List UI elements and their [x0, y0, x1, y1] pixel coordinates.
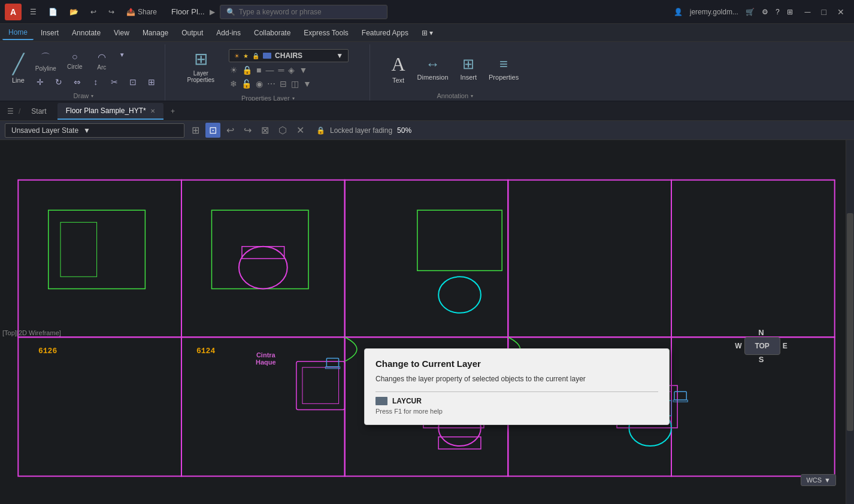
- menu-insert[interactable]: Insert: [35, 26, 65, 40]
- settings-icon: ⚙: [762, 8, 768, 16]
- right-scrollbar[interactable]: [846, 140, 854, 504]
- menu-home[interactable]: Home: [2, 26, 34, 40]
- layer-tb-2-btn[interactable]: ⊡: [205, 123, 220, 138]
- layer-vp-lw-btn[interactable]: ⊟: [278, 78, 288, 90]
- canvas-area[interactable]: 6126 6124 6127 6125 6123 6121 CintraHaqu…: [0, 140, 854, 504]
- layer-vp-lt-btn[interactable]: ⋯: [266, 78, 277, 90]
- trim-tool[interactable]: ✂: [106, 76, 123, 88]
- line-tool[interactable]: ╱ Line: [7, 50, 29, 86]
- title-right: 👤 jeremy.goldm... 🛒 ⚙ ? ⊞ ─ □ ✕: [674, 6, 849, 18]
- polyline-icon: ⌒: [41, 51, 50, 64]
- open-btn[interactable]: 📂: [66, 7, 82, 17]
- lock-fading-label: Locked layer fading: [330, 126, 392, 135]
- insert-icon: ⊞: [462, 56, 474, 72]
- move-tool[interactable]: ✛: [32, 76, 49, 88]
- menu-bar: Home Insert Annotate View Manage Output …: [0, 24, 854, 42]
- menu-btn[interactable]: ☰: [26, 7, 40, 17]
- lock-fading-bar: 🔒 Locked layer fading 50%: [316, 126, 411, 135]
- minimize-btn[interactable]: ─: [800, 6, 816, 18]
- layer-vp-freeze-btn[interactable]: ❄: [229, 78, 238, 90]
- search-icon: 🔍: [226, 8, 235, 16]
- menu-featured[interactable]: Featured Apps: [356, 26, 414, 40]
- layer-state-bar: Unsaved Layer State ▼ ⊞ ⊡ ↩ ↪ ⊠ ⬡ ✕ 🔒 Lo…: [0, 121, 854, 140]
- layer-name: CHAIRS: [275, 51, 302, 60]
- tab-floor-plan[interactable]: Floor Plan Sample_HYT* ✕: [57, 103, 163, 120]
- tab-add-icon[interactable]: +: [166, 105, 180, 118]
- mirror-tool[interactable]: ⇔: [69, 76, 86, 88]
- menu-manage[interactable]: Manage: [137, 26, 174, 40]
- layer-icons-row-2: ❄ 🔓 ◉ ⋯ ⊟ ◫ ▼: [229, 78, 349, 90]
- wcs-arrow-icon: ▼: [824, 476, 831, 484]
- layer-tb-delete-btn[interactable]: ✕: [293, 123, 308, 138]
- text-tool[interactable]: A Text: [386, 51, 410, 86]
- maximize-btn[interactable]: □: [817, 6, 831, 18]
- rotate-tool[interactable]: ↻: [50, 76, 67, 88]
- properties-tool[interactable]: ≡ Properties: [484, 53, 523, 83]
- menu-view[interactable]: View: [108, 26, 135, 40]
- menu-expand[interactable]: ⊞ ▾: [416, 26, 439, 40]
- save-redo[interactable]: ↪: [105, 7, 118, 17]
- layer-color-swatch: [263, 53, 271, 59]
- scale-tool[interactable]: ⊡: [125, 76, 141, 88]
- tab-close-icon[interactable]: ✕: [150, 108, 155, 114]
- layer-properties-label: LayerProperties: [187, 70, 215, 83]
- layer-tb-6-btn[interactable]: ⬡: [275, 123, 290, 138]
- layer-lock-btn[interactable]: 🔒: [241, 64, 253, 76]
- search-input[interactable]: [239, 8, 371, 16]
- arc-tool[interactable]: ◠ Arc: [90, 49, 114, 74]
- insert-tool[interactable]: ⊞ Insert: [456, 53, 482, 83]
- layer-tb-5-btn[interactable]: ⊠: [258, 123, 272, 138]
- layer-lw-btn[interactable]: ═: [277, 64, 286, 76]
- layer-vp-trans-btn[interactable]: ◫: [290, 78, 300, 90]
- layer-arrow-icon: ▾: [292, 96, 295, 101]
- floor-plan-svg: [0, 140, 854, 504]
- stretch-tool[interactable]: ↕: [87, 76, 104, 88]
- circle-tool[interactable]: ○ Circle: [62, 49, 88, 74]
- layer-vp-more-btn[interactable]: ▼: [302, 78, 313, 90]
- layer-trans-btn[interactable]: ◈: [287, 64, 296, 76]
- circle-label: Circle: [67, 63, 83, 70]
- compass-w-label: W: [735, 342, 741, 350]
- polyline-tool[interactable]: ⌒ Polyline: [32, 49, 60, 74]
- menu-annotate[interactable]: Annotate: [66, 26, 107, 40]
- tooltip-popup: Change to Current Layer Changes the laye…: [364, 348, 670, 425]
- layer-tb-4-btn[interactable]: ↪: [240, 123, 255, 138]
- layer-vp-color-btn[interactable]: ◉: [255, 78, 264, 90]
- more-draw-tool[interactable]: ▼: [116, 49, 129, 74]
- array-tool[interactable]: ⊞: [143, 76, 160, 88]
- layer-freeze-btn[interactable]: ☀: [229, 64, 239, 76]
- menu-express[interactable]: Express Tools: [298, 26, 354, 40]
- close-btn[interactable]: ✕: [832, 6, 849, 18]
- search-bar[interactable]: 🔍: [220, 5, 387, 19]
- draw-group-label: Draw ▾: [7, 90, 160, 101]
- layer-properties-tool[interactable]: ⊞ LayerProperties: [183, 47, 220, 86]
- new-btn[interactable]: 📄: [45, 7, 61, 17]
- ribbon-annotation-group: A Text ↔ Dimension ⊞ Insert ≡ Properties: [371, 44, 539, 101]
- menu-collaborate[interactable]: Collaborate: [248, 26, 296, 40]
- menu-addins[interactable]: Add-ins: [210, 26, 247, 40]
- tab-start[interactable]: Start: [23, 104, 54, 119]
- layer-tb-3-btn[interactable]: ↩: [223, 123, 238, 138]
- layer-state-dropdown[interactable]: Unsaved Layer State ▼: [5, 123, 184, 138]
- layer-vp-lock-btn[interactable]: 🔓: [240, 78, 253, 90]
- stretch-icon: ↕: [93, 77, 98, 87]
- text-label: Text: [392, 77, 404, 84]
- scale-icon: ⊡: [129, 77, 137, 87]
- tab-hamburger-icon[interactable]: ☰: [5, 105, 16, 118]
- wcs-btn[interactable]: WCS ▼: [801, 474, 836, 486]
- layer-more-btn[interactable]: ▼: [298, 64, 308, 76]
- save-undo[interactable]: ↩: [87, 7, 100, 17]
- room-6124: 6124: [196, 347, 215, 356]
- share-btn[interactable]: 📤 Share: [123, 7, 160, 17]
- dimension-tool[interactable]: ↔ Dimension: [413, 53, 453, 83]
- compass-top-btn[interactable]: TOP: [744, 337, 780, 355]
- dimension-icon: ↔: [426, 56, 440, 72]
- layer-linetype-btn[interactable]: —: [265, 64, 275, 76]
- ribbon-draw-group: ╱ Line ⌒ Polyline ○ Circle: [2, 44, 165, 101]
- menu-output[interactable]: Output: [175, 26, 209, 40]
- draw-tools-row: ╱ Line ⌒ Polyline ○ Circle: [7, 44, 160, 90]
- layer-tb-1-btn[interactable]: ⊞: [188, 123, 203, 138]
- layer-dropdown[interactable]: ☀ ★ 🔒 CHAIRS ▼: [229, 49, 349, 62]
- tooltip-command: LAYCUR: [392, 397, 422, 405]
- layer-color-btn[interactable]: ■: [255, 64, 262, 76]
